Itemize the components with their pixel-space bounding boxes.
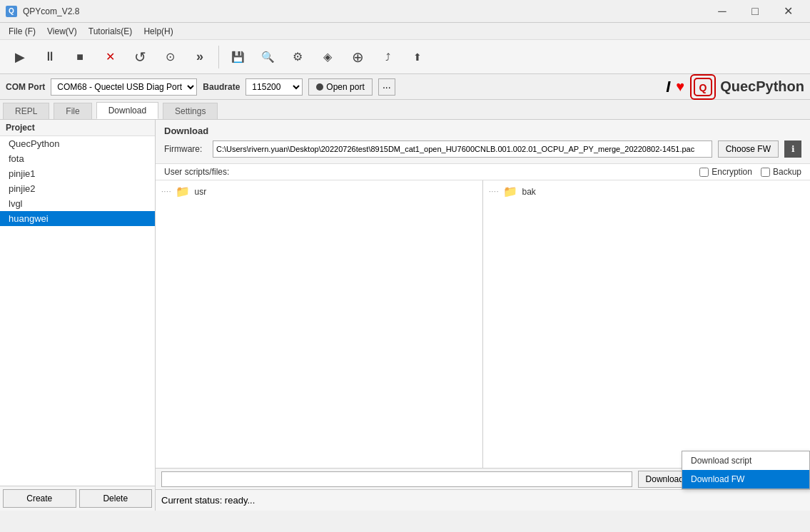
sidebar: Project QuecPython fota pinjie1 pinjie2 … [0, 120, 156, 511]
encryption-label: Encryption [712, 167, 752, 177]
folder-usr[interactable]: · · · · 📁 usr [158, 183, 480, 200]
heart-icon: ♥ [676, 78, 684, 95]
maximize-button[interactable]: □ [739, 0, 771, 23]
encryption-checkbox[interactable] [699, 168, 709, 177]
app-icon: Q [6, 6, 17, 17]
tab-settings[interactable]: Settings [163, 103, 218, 119]
firmware-row: Firmware: Choose FW ℹ [164, 140, 801, 158]
open-port-button[interactable]: Open port [308, 78, 372, 96]
status-bar: Current status: ready... [156, 489, 810, 511]
menu-file[interactable]: File (F) [3, 25, 41, 38]
add-button[interactable]: ⊕ [343, 44, 372, 71]
menu-view[interactable]: View(V) [41, 25, 83, 38]
dropdown-item-download-fw[interactable]: Download FW [682, 470, 809, 488]
title-bar-left: Q QPYcom_V2.8 [6, 6, 79, 17]
toolbar-separator [218, 46, 219, 68]
file-panel-right: · · · · 📁 bak [483, 180, 810, 468]
baudrate-label: Baudrate [203, 82, 240, 92]
package-button[interactable]: ◈ [313, 44, 342, 71]
content-wrapper: Download Firmware: Choose FW ℹ User scri… [156, 120, 810, 511]
sidebar-buttons: Create Delete [0, 486, 155, 511]
sidebar-item-quecpython[interactable]: QuecPython [0, 136, 155, 151]
bottom-bar: Download script ▼ Combine ▼ Download scr… [156, 468, 810, 489]
tab-repl[interactable]: REPL [3, 103, 49, 119]
title-bar: Q QPYcom_V2.8 ─ □ ✕ [0, 0, 810, 23]
more-options-button[interactable]: ··· [378, 78, 395, 96]
delete-button[interactable]: Delete [79, 489, 153, 508]
backup-label: Backup [773, 167, 801, 177]
app-title: QPYcom_V2.8 [23, 6, 79, 16]
tab-file[interactable]: File [54, 103, 91, 119]
brand-name: QuecPython [720, 78, 804, 95]
firmware-label: Firmware: [164, 144, 207, 154]
brand-svg: Q [693, 77, 713, 97]
sidebar-item-lvgl[interactable]: lvgl [0, 196, 155, 211]
tab-download[interactable]: Download [96, 102, 158, 119]
folder-icon-usr: 📁 [176, 185, 190, 198]
port-status-dot [316, 83, 323, 91]
dropdown-menu: Download script Download FW [682, 451, 810, 489]
progress-input [161, 471, 632, 487]
sidebar-list: QuecPython fota pinjie1 pinjie2 lvgl hua… [0, 136, 155, 486]
download-title: Download [164, 126, 801, 136]
svg-text:Q: Q [699, 82, 707, 93]
file-panel-left: · · · · 📁 usr [156, 180, 483, 468]
choose-fw-button[interactable]: Choose FW [718, 140, 779, 158]
open-port-label: Open port [326, 82, 364, 92]
baudrate-select[interactable]: 115200 [245, 78, 303, 96]
com-port-label: COM Port [6, 82, 45, 92]
stop-button[interactable]: ■ [66, 44, 94, 71]
dropdown-item-download-script[interactable]: Download script [682, 451, 809, 470]
status-text: Current status: ready... [161, 495, 255, 506]
firmware-path-input[interactable] [213, 140, 712, 158]
folder-bak[interactable]: · · · · 📁 bak [486, 183, 807, 200]
backup-checkbox-label[interactable]: Backup [761, 167, 801, 177]
brand-icon: Q [690, 74, 716, 100]
create-button[interactable]: Create [3, 489, 76, 508]
scripts-label: User scripts/files: [164, 167, 229, 177]
export-button[interactable]: ⤴ [373, 44, 402, 71]
sidebar-item-fota[interactable]: fota [0, 151, 155, 166]
logo-area: I ♥ Q QuecPython [666, 74, 804, 100]
menu-help[interactable]: Help(H) [138, 25, 178, 38]
folder-name-usr: usr [194, 187, 206, 197]
tab-bar: REPL File Download Settings [0, 100, 810, 120]
folder-icon-bak: 📁 [503, 185, 517, 198]
pause-button[interactable]: ⏸ [36, 44, 64, 71]
logo-i: I [666, 78, 670, 96]
scripts-options: Encryption Backup [699, 167, 801, 177]
menu-bar: File (F) View(V) Tutorials(E) Help(H) [0, 23, 810, 40]
file-panels: · · · · 📁 usr · · · · 📁 bak [156, 180, 810, 468]
scripts-header: User scripts/files: Encryption Backup [156, 164, 810, 180]
port-bar: COM Port COM68 - Quectel USB Diag Port B… [0, 74, 810, 100]
play-button[interactable]: ▶ [6, 44, 34, 71]
close-window-button[interactable]: ✕ [771, 0, 804, 23]
sidebar-header: Project [0, 120, 155, 136]
settings-button[interactable]: ⚙ [283, 44, 312, 71]
sidebar-item-pinjie1[interactable]: pinjie1 [0, 166, 155, 181]
com-port-select[interactable]: COM68 - Quectel USB Diag Port [51, 78, 197, 96]
sidebar-item-pinjie2[interactable]: pinjie2 [0, 181, 155, 196]
info-button[interactable]: ℹ [784, 140, 801, 158]
backup-checkbox[interactable] [761, 168, 770, 177]
content-header: Download Firmware: Choose FW ℹ [156, 120, 810, 164]
sidebar-item-huangwei[interactable]: huangwei [0, 211, 155, 226]
minimize-button[interactable]: ─ [706, 0, 739, 23]
upload-button[interactable]: ⬆ [403, 44, 432, 71]
reboot-button[interactable]: ↺ [126, 44, 154, 71]
encryption-checkbox-label[interactable]: Encryption [699, 167, 752, 177]
interact-button[interactable]: ⊙ [156, 44, 184, 71]
content: Download Firmware: Choose FW ℹ User scri… [156, 120, 810, 468]
code-button[interactable]: » [186, 44, 214, 71]
terminate-button[interactable]: ✕ [96, 44, 124, 71]
search-button[interactable]: 🔍 [253, 44, 282, 71]
menu-tutorials[interactable]: Tutorials(E) [83, 25, 138, 38]
folder-name-bak: bak [522, 187, 535, 197]
window-controls: ─ □ ✕ [706, 0, 804, 23]
main-layout: Project QuecPython fota pinjie1 pinjie2 … [0, 120, 810, 511]
brand-logo: Q QuecPython [690, 74, 804, 100]
save-button[interactable]: 💾 [223, 44, 252, 71]
toolbar: ▶ ⏸ ■ ✕ ↺ ⊙ » 💾 🔍 ⚙ ◈ ⊕ ⤴ ⬆ [0, 40, 810, 74]
